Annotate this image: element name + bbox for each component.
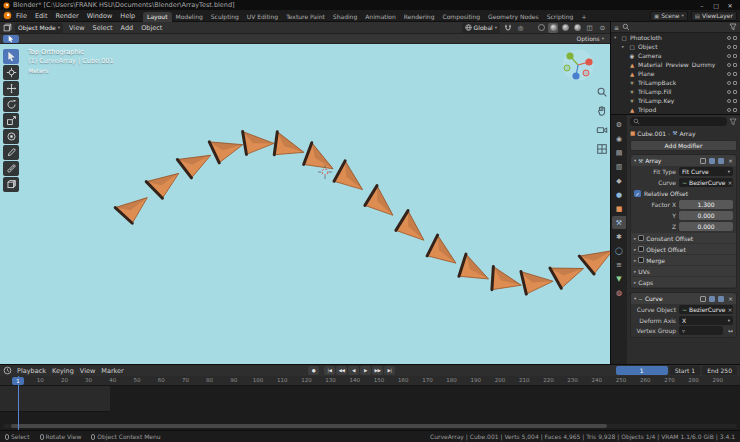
- properties-tab-data[interactable]: ▼: [612, 272, 626, 285]
- jump-to-start-button[interactable]: |◀: [324, 366, 335, 375]
- shading-material-button[interactable]: [560, 23, 570, 33]
- scene-selector[interactable]: ▣Scene▾: [650, 11, 688, 21]
- cursor-tool[interactable]: [3, 65, 19, 80]
- curve-object-field[interactable]: ~BezierCurve×: [679, 305, 733, 314]
- subpanel-object-offset[interactable]: ▸Object Offset: [631, 244, 736, 254]
- array-cone[interactable]: [425, 235, 464, 271]
- playhead-frame-badge[interactable]: 1: [12, 377, 24, 385]
- hide-in-viewport-icon[interactable]: [727, 81, 731, 85]
- disable-in-render-icon[interactable]: [733, 45, 737, 49]
- properties-tab-output[interactable]: ▤: [612, 146, 626, 159]
- move-view-icon[interactable]: [596, 105, 608, 117]
- render-toggle-icon[interactable]: [718, 296, 724, 302]
- camera-view-icon[interactable]: [596, 124, 608, 136]
- maximize-button[interactable]: □: [709, 0, 723, 10]
- disable-in-render-icon[interactable]: [733, 108, 737, 112]
- outliner-item-trilampback[interactable]: ☀TriLampBack: [611, 78, 740, 87]
- viewport-menu-select[interactable]: Select: [89, 24, 117, 32]
- properties-tab-render[interactable]: ◉: [612, 132, 626, 145]
- axis-y-negative-handle[interactable]: [564, 65, 570, 71]
- outliner-editor-icon[interactable]: ≡: [614, 24, 619, 31]
- play-reverse-button[interactable]: ◀: [348, 366, 359, 375]
- properties-tab-object[interactable]: ■: [612, 202, 626, 215]
- timeline-menu-marker[interactable]: Marker: [98, 367, 126, 375]
- tab-uv-editing[interactable]: UV Editing: [243, 12, 282, 22]
- breadcrumb-modifier[interactable]: Array: [679, 130, 695, 137]
- disable-in-render-icon[interactable]: [733, 81, 737, 85]
- viewport-menu-view[interactable]: View: [65, 24, 88, 32]
- menu-window[interactable]: Window: [83, 12, 117, 20]
- clear-icon[interactable]: ×: [728, 179, 733, 186]
- shading-wireframe-button[interactable]: [536, 23, 546, 33]
- subpanel-constant-offset[interactable]: ▸Constant Offset: [631, 233, 736, 243]
- timeline-menu-view[interactable]: View: [77, 367, 98, 375]
- play-button[interactable]: ▶: [360, 366, 371, 375]
- search-input[interactable]: [630, 117, 727, 126]
- add-cube-tool[interactable]: [3, 177, 19, 192]
- properties-tab-world[interactable]: ●: [612, 188, 626, 201]
- timeline-menu-keying[interactable]: Keying: [49, 367, 77, 375]
- orientation-dropdown[interactable]: Global▾: [462, 23, 500, 33]
- disable-in-render-icon[interactable]: [733, 90, 737, 94]
- next-keyframe-button[interactable]: ▶▶: [372, 366, 383, 375]
- properties-tab-material[interactable]: ◍: [612, 286, 626, 299]
- filter-icon[interactable]: [729, 23, 737, 31]
- rotate-tool[interactable]: [3, 97, 19, 112]
- annotate-tool[interactable]: [3, 145, 19, 160]
- axis-x-handle[interactable]: [585, 58, 592, 65]
- relative-offset-checkbox[interactable]: ✓: [634, 190, 641, 197]
- zoom-icon[interactable]: [596, 86, 608, 98]
- axis-y-handle[interactable]: [566, 52, 573, 59]
- overlays-toggle-icon[interactable]: ◫: [584, 23, 595, 33]
- edit-mode-toggle-icon[interactable]: [700, 296, 706, 302]
- timeline-channel-region[interactable]: [0, 386, 110, 412]
- frame-end-field[interactable]: End250: [702, 366, 737, 375]
- timeline-ruler[interactable]: 0102030405060708090100110120130140150160…: [0, 376, 740, 386]
- checkbox[interactable]: [638, 235, 644, 241]
- array-cone[interactable]: [243, 130, 275, 154]
- tab-geometry-nodes[interactable]: Geometry Nodes: [484, 12, 543, 22]
- properties-tab-scene[interactable]: ◆: [612, 174, 626, 187]
- disable-in-render-icon[interactable]: [733, 99, 737, 103]
- menu-file[interactable]: File: [12, 12, 31, 20]
- array-cone[interactable]: [489, 267, 524, 295]
- tab-rendering[interactable]: Rendering: [400, 12, 439, 22]
- hide-in-viewport-icon[interactable]: [727, 63, 731, 67]
- proportional-editing-icon[interactable]: ◎: [515, 23, 526, 33]
- mode-dropdown[interactable]: Object Mode▾: [15, 23, 63, 33]
- active-tool-icon[interactable]: [3, 35, 19, 43]
- clear-icon[interactable]: ×: [728, 306, 733, 313]
- hide-in-viewport-icon[interactable]: [727, 36, 731, 40]
- hide-in-viewport-icon[interactable]: [727, 108, 731, 112]
- outliner-item-material-preview-dummy[interactable]: ▲Material_Preview_Dummy: [611, 60, 740, 69]
- scale-tool[interactable]: [3, 113, 19, 128]
- realtime-toggle-icon[interactable]: [709, 158, 715, 164]
- array-cone[interactable]: [332, 161, 371, 198]
- menu-render[interactable]: Render: [51, 12, 82, 20]
- array-cone[interactable]: [271, 132, 307, 162]
- filter-icon[interactable]: [729, 118, 737, 126]
- array-cone[interactable]: [363, 186, 402, 223]
- 3d-viewport[interactable]: Top Orthographic (1) CurveArray | Cube.0…: [0, 44, 610, 364]
- subpanel-merge[interactable]: ▸Merge: [631, 255, 736, 265]
- outliner-item-camera[interactable]: ◉Camera: [611, 51, 740, 60]
- view-layer-selector[interactable]: ▤ViewLayer: [691, 11, 737, 21]
- properties-tab-constraints[interactable]: ≡: [612, 258, 626, 271]
- tab-texture-paint[interactable]: Texture Paint: [282, 12, 329, 22]
- hide-in-viewport-icon[interactable]: [727, 72, 731, 76]
- add-modifier-button[interactable]: Add Modifier: [630, 140, 737, 151]
- tab-sculpting[interactable]: Sculpting: [207, 12, 243, 22]
- outliner-item-object[interactable]: ▸▢Object: [611, 42, 740, 51]
- array-cone[interactable]: [394, 211, 433, 248]
- jump-to-end-button[interactable]: ▶|: [384, 366, 395, 375]
- menu-help[interactable]: Help: [116, 12, 139, 20]
- tab-modeling[interactable]: Modeling: [172, 12, 207, 22]
- array-cone[interactable]: [115, 188, 154, 226]
- breadcrumb-object[interactable]: Cube.001: [637, 130, 666, 137]
- close-button[interactable]: ✕: [723, 0, 737, 10]
- vertex-group-field[interactable]: ▿: [679, 326, 723, 335]
- properties-tab-tool[interactable]: ⚙: [612, 118, 626, 131]
- array-cone[interactable]: [177, 144, 215, 179]
- render-toggle-icon[interactable]: [718, 158, 724, 164]
- minimize-button[interactable]: –: [695, 0, 709, 10]
